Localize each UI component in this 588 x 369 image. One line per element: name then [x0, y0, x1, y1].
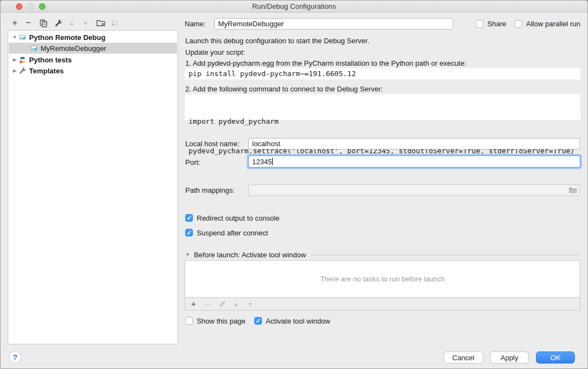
- share-checkbox[interactable]: [476, 20, 483, 28]
- redirect-output-checkbox[interactable]: [185, 214, 193, 222]
- remove-configuration-button[interactable]: −: [24, 18, 33, 28]
- activate-tool-window-label: Activate tool window: [266, 317, 330, 325]
- settrace-code-line-1: import pydevd_pycharm: [189, 117, 576, 126]
- add-task-button[interactable]: +: [190, 300, 197, 308]
- tree-item-label: Python tests: [29, 56, 72, 64]
- tree-item-templates[interactable]: ▶ Templates: [9, 65, 177, 76]
- chevron-down-icon[interactable]: ▼: [185, 252, 190, 257]
- wrench-icon: [19, 67, 26, 74]
- copy-icon: [39, 19, 48, 27]
- description-line-1: Launch this debug configuration to start…: [185, 37, 369, 45]
- share-label: Share: [487, 20, 506, 28]
- activate-tool-window-checkbox[interactable]: [254, 317, 262, 325]
- path-mappings-input[interactable]: [248, 184, 580, 196]
- step-1-text: 1. Add pydevd-pycharm.egg from the PyCha…: [185, 59, 466, 68]
- python-tests-icon: [19, 56, 26, 64]
- svg-text:z: z: [115, 23, 117, 27]
- copy-configuration-button[interactable]: [38, 18, 48, 28]
- step-2-text: 2. Add the following command to connect …: [185, 85, 383, 94]
- move-down-button[interactable]: ▼: [81, 18, 90, 28]
- tree-item-label: Python Remote Debug: [29, 33, 105, 42]
- chevron-right-icon[interactable]: ▶: [12, 57, 18, 62]
- browse-folder-icon[interactable]: [569, 187, 577, 194]
- ok-button[interactable]: OK: [536, 351, 575, 364]
- remove-icon: −: [26, 19, 31, 27]
- before-launch-toolbar: + − ▲ ▼: [185, 297, 580, 310]
- add-icon: +: [191, 299, 196, 308]
- port-label: Port:: [185, 158, 200, 166]
- remote-debug-icon: [19, 34, 26, 41]
- path-mappings-label: Path mappings:: [185, 186, 235, 194]
- move-up-icon: ▲: [233, 301, 239, 307]
- remote-debug-icon: [31, 45, 38, 52]
- name-label: Name:: [185, 20, 214, 28]
- edit-pencil-icon: [219, 301, 226, 308]
- edit-templates-button[interactable]: [54, 18, 64, 28]
- wrench-icon: [55, 19, 63, 27]
- before-launch-header[interactable]: ▼ Before launch: Activate tool window: [185, 250, 580, 259]
- share-checkbox-group: Share: [476, 20, 506, 28]
- edit-task-button[interactable]: [218, 300, 226, 308]
- move-up-icon: ▲: [69, 20, 75, 26]
- move-up-button[interactable]: ▲: [67, 18, 77, 28]
- new-folder-icon: [96, 19, 105, 27]
- suspend-after-connect-checkbox[interactable]: [185, 229, 193, 237]
- text-caret: [272, 158, 273, 165]
- tree-item-myremotedebugger[interactable]: MyRemoteDebugger: [9, 43, 177, 54]
- add-icon: +: [12, 19, 18, 27]
- no-tasks-text: There are no tasks to run before launch: [320, 275, 445, 283]
- cancel-button[interactable]: Cancel: [443, 351, 483, 364]
- allow-parallel-checkbox-group: Allow parallel run: [515, 20, 580, 28]
- help-icon: ?: [13, 353, 18, 362]
- name-input[interactable]: [214, 18, 453, 30]
- move-down-icon: ▼: [248, 301, 253, 307]
- help-button[interactable]: ?: [9, 351, 21, 364]
- allow-parallel-run-label: Allow parallel run: [526, 20, 580, 28]
- show-this-page-label: Show this page: [197, 317, 246, 325]
- tree-item-label: Templates: [29, 67, 64, 75]
- configuration-form: Name: Share Allow parallel run Launch th…: [185, 1, 580, 369]
- redirect-output-label: Redirect output to console: [197, 214, 279, 222]
- show-this-page-row: Show this page Activate tool window: [185, 316, 330, 325]
- apply-button[interactable]: Apply: [490, 351, 529, 364]
- section-divider: [311, 255, 580, 255]
- port-value: 12345: [252, 158, 272, 166]
- pip-install-code: pip install pydevd-pycharm~=191.6605.12: [185, 68, 580, 79]
- tree-item-label: MyRemoteDebugger: [41, 44, 106, 53]
- chevron-down-icon[interactable]: ▼: [12, 34, 18, 40]
- sort-configurations-button[interactable]: a z: [110, 18, 119, 28]
- sort-az-icon: a z: [111, 19, 119, 27]
- move-task-up-button[interactable]: ▲: [232, 300, 240, 308]
- move-task-down-button[interactable]: ▼: [247, 300, 254, 308]
- remove-task-button[interactable]: −: [204, 300, 212, 308]
- suspend-after-connect-row: Suspend after connect: [185, 228, 268, 237]
- description-line-2: Update your script:: [185, 48, 245, 57]
- tree-item-python-tests[interactable]: ▶ Python tests: [9, 54, 177, 65]
- configurations-tree: ▼ Python Remote Debug MyRemoteDebugger ▶: [8, 30, 178, 344]
- redirect-output-row: Redirect output to console: [185, 214, 279, 222]
- name-row: Name: Share Allow parallel run: [185, 18, 580, 30]
- before-launch-task-list[interactable]: There are no tasks to run before launch: [185, 260, 580, 298]
- settrace-code-block: import pydevd_pycharm pydevd_pycharm.set…: [185, 94, 580, 120]
- suspend-after-connect-label: Suspend after connect: [197, 229, 268, 237]
- port-input[interactable]: 12345: [248, 155, 580, 168]
- local-host-name-input[interactable]: [248, 138, 580, 149]
- remove-icon: −: [205, 299, 210, 309]
- before-launch-title: Before launch: Activate tool window: [194, 251, 306, 259]
- tree-item-python-remote-debug[interactable]: ▼ Python Remote Debug: [9, 32, 177, 43]
- new-folder-button[interactable]: [96, 18, 106, 28]
- add-configuration-button[interactable]: +: [10, 18, 20, 28]
- run-debug-configurations-dialog: Run/Debug Configurations + − ▲ ▼: [0, 0, 588, 369]
- show-this-page-checkbox[interactable]: [185, 317, 193, 325]
- local-host-name-label: Local host name:: [185, 140, 239, 148]
- allow-parallel-run-checkbox[interactable]: [515, 20, 522, 28]
- chevron-right-icon[interactable]: ▶: [12, 68, 18, 73]
- svg-text:a: a: [115, 19, 117, 23]
- move-down-icon: ▼: [83, 20, 88, 26]
